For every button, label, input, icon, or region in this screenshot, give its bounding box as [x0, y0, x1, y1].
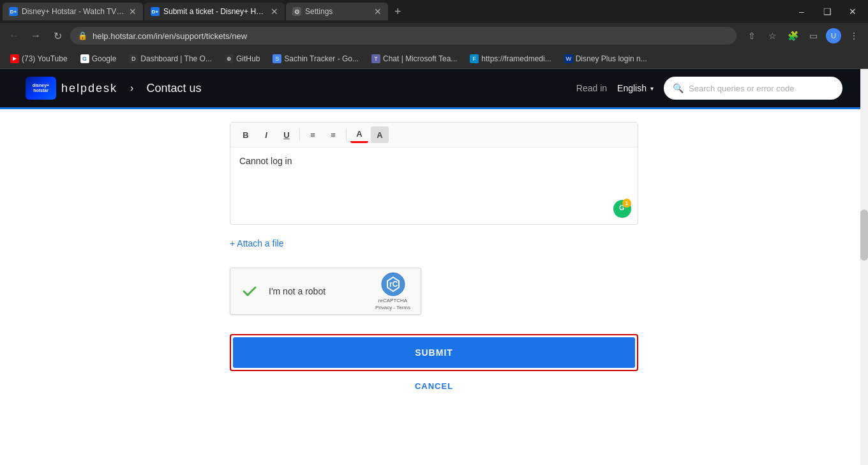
- github-favicon: ⊕: [225, 54, 234, 63]
- breadcrumb-separator: ›: [130, 82, 133, 94]
- url-text: help.hotstar.com/in/en/support/tickets/n…: [93, 31, 729, 41]
- read-in-label: Read in: [576, 83, 607, 93]
- font-highlight-button[interactable]: A: [371, 126, 389, 143]
- google-favicon: G: [80, 54, 89, 63]
- attach-file-link[interactable]: + Attach a file: [230, 238, 283, 248]
- reload-button[interactable]: ↻: [49, 27, 66, 45]
- minimize-button[interactable]: –: [789, 0, 814, 23]
- share-icon[interactable]: ⇧: [743, 27, 761, 45]
- logo-area: disney+ hotstar helpdesk: [26, 77, 117, 100]
- site-header: disney+ hotstar helpdesk › Contact us Re…: [0, 69, 868, 107]
- bookmark-youtube[interactable]: ▶ (73) YouTube: [5, 53, 73, 65]
- font-color-button[interactable]: A: [350, 126, 368, 143]
- address-bar: ← → ↻ 🔒 help.hotstar.com/in/en/support/t…: [0, 23, 868, 49]
- recaptcha-privacy-terms: Privacy - Terms: [375, 305, 410, 310]
- bookmark-framed-label: https://framedmedi...: [481, 54, 551, 63]
- scrollbar-thumb[interactable]: [860, 210, 868, 261]
- tab-title-1: Disney+ Hotstar - Watch TV Sho...: [22, 7, 125, 16]
- tab-settings[interactable]: ⚙ Settings ✕: [286, 3, 388, 20]
- description-editor: B I U ≡ ≡ A A Cannot log in: [230, 122, 638, 225]
- helpdesk-label: helpdesk: [61, 82, 117, 95]
- profile-avatar[interactable]: U: [825, 27, 842, 45]
- language-label: English: [617, 83, 647, 93]
- restore-button[interactable]: ❑: [814, 0, 840, 23]
- bookmark-framed[interactable]: F https://framedmedi...: [465, 53, 556, 65]
- bullet-list-button[interactable]: ≡: [304, 126, 322, 143]
- bookmark-disney-login[interactable]: W Disney Plus login n...: [559, 53, 652, 65]
- grammarly-icon: G 1: [616, 201, 629, 217]
- ordered-list-button[interactable]: ≡: [324, 126, 342, 143]
- tab-submit-ticket[interactable]: D+ Submit a ticket - Disney+ Hotsta... ✕: [144, 3, 285, 20]
- contact-us-label: Contact us: [146, 82, 201, 95]
- recaptcha-privacy-link[interactable]: Privacy: [375, 305, 392, 310]
- bookmark-icon[interactable]: ☆: [763, 27, 781, 45]
- dashboard-favicon: D: [129, 54, 138, 63]
- bookmark-google-label: Google: [92, 54, 117, 63]
- recaptcha-widget[interactable]: I'm not a robot rC reCAPTCHA Privacy - T…: [230, 268, 421, 315]
- bookmark-sachin[interactable]: S Sachin Tracker - Go...: [267, 53, 364, 65]
- url-bar[interactable]: 🔒 help.hotstar.com/in/en/support/tickets…: [70, 27, 737, 45]
- tab-bar: D+ Disney+ Hotstar - Watch TV Sho... ✕ D…: [0, 0, 868, 23]
- avatar-image: U: [826, 28, 841, 43]
- recaptcha-checkmark-icon: [241, 282, 258, 300]
- recaptcha-brand-label: reCAPTCHA: [378, 298, 407, 303]
- tab-close-3[interactable]: ✕: [374, 6, 382, 17]
- bookmark-dashboard-label: Dashboard | The O...: [140, 54, 212, 63]
- tab-disney-watch[interactable]: D+ Disney+ Hotstar - Watch TV Sho... ✕: [3, 3, 143, 20]
- header-right: Read in English ▾ 🔍 Search queries or er…: [576, 77, 842, 100]
- search-bar[interactable]: 🔍 Search queries or error code: [664, 77, 842, 100]
- grammarly-badge: 1: [622, 199, 631, 208]
- lock-icon: 🔒: [78, 31, 87, 40]
- bookmark-disney-login-label: Disney Plus login n...: [576, 54, 647, 63]
- tab-title-3: Settings: [305, 7, 370, 16]
- form-container: B I U ≡ ≡ A A Cannot log in: [204, 109, 664, 416]
- framed-favicon: F: [470, 54, 479, 63]
- bookmark-teams-label: Chat | Microsoft Tea...: [383, 54, 457, 63]
- submit-button-wrapper: SUBMIT: [230, 334, 638, 371]
- bookmarks-bar: ▶ (73) YouTube G Google D Dashboard | Th…: [0, 49, 868, 69]
- submit-button[interactable]: SUBMIT: [233, 337, 635, 368]
- bookmark-teams[interactable]: T Chat | Microsoft Tea...: [366, 53, 462, 65]
- youtube-favicon: ▶: [10, 54, 19, 63]
- toolbar-separator-1: [299, 128, 300, 141]
- search-placeholder: Search queries or error code: [689, 84, 794, 93]
- svg-text:rC: rC: [389, 280, 398, 289]
- new-tab-button[interactable]: +: [389, 3, 407, 20]
- window-controls: – ❑ ✕: [789, 0, 865, 23]
- cancel-link[interactable]: CANCEL: [230, 381, 638, 391]
- browser-toolbar: ⇧ ☆ 🧩 ▭ U ⋮: [743, 27, 863, 45]
- recaptcha-terms-link[interactable]: Terms: [396, 305, 410, 310]
- teams-favicon: T: [371, 54, 380, 63]
- main-content: B I U ≡ ≡ A A Cannot log in: [0, 109, 868, 416]
- extensions-icon[interactable]: 🧩: [784, 27, 802, 45]
- bold-button[interactable]: B: [237, 126, 255, 143]
- bookmark-google[interactable]: G Google: [75, 53, 122, 65]
- forward-button[interactable]: →: [27, 27, 45, 45]
- italic-button[interactable]: I: [257, 126, 275, 143]
- language-chevron-icon: ▾: [650, 85, 654, 92]
- toolbar-separator-2: [346, 128, 347, 141]
- language-selector[interactable]: English ▾: [617, 83, 654, 93]
- more-options-icon[interactable]: ⋮: [845, 27, 863, 45]
- bookmark-github-label: GitHub: [236, 54, 260, 63]
- bookmark-sachin-label: Sachin Tracker - Go...: [284, 54, 359, 63]
- underline-button[interactable]: U: [278, 126, 296, 143]
- bookmark-dashboard[interactable]: D Dashboard | The O...: [124, 53, 217, 65]
- recaptcha-logo-area: rC reCAPTCHA Privacy - Terms: [375, 272, 410, 310]
- tab-close-2[interactable]: ✕: [271, 6, 278, 17]
- search-icon: 🔍: [673, 83, 684, 93]
- hotstar-logo-icon: disney+ hotstar: [26, 77, 56, 100]
- grammarly-button[interactable]: G 1: [613, 200, 631, 218]
- bookmark-youtube-label: (73) YouTube: [22, 54, 68, 63]
- close-button[interactable]: ✕: [840, 0, 865, 23]
- tab-title-2: Submit a ticket - Disney+ Hotsta...: [163, 7, 267, 16]
- editor-body[interactable]: Cannot log in G 1: [230, 148, 638, 224]
- recaptcha-label: I'm not a robot: [269, 286, 365, 296]
- sachin-favicon: S: [273, 54, 281, 63]
- bookmark-github[interactable]: ⊕ GitHub: [220, 53, 265, 65]
- sidebar-icon[interactable]: ▭: [804, 27, 822, 45]
- disney-login-favicon: W: [564, 54, 573, 63]
- tab-close-1[interactable]: ✕: [129, 6, 137, 17]
- back-button[interactable]: ←: [5, 27, 23, 45]
- editor-content: Cannot log in: [239, 156, 292, 166]
